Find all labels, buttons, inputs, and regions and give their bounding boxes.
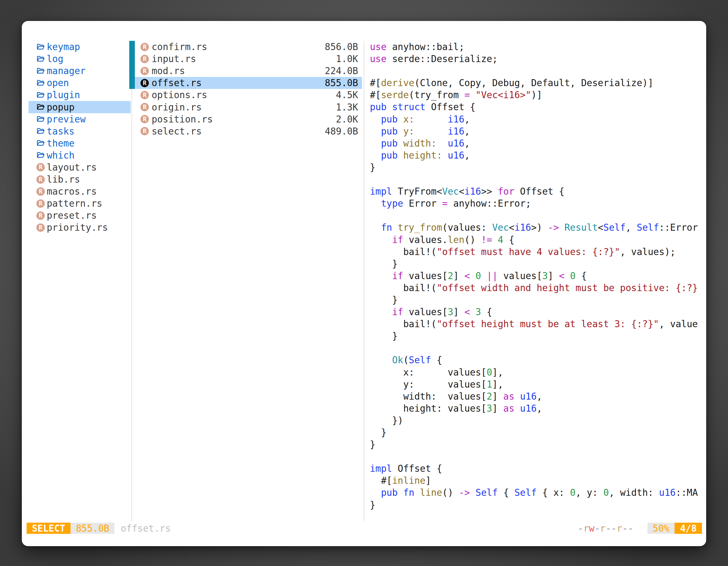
file-name: origin.rs [152,102,202,113]
status-right: -rw-r--r-- 50% 4/8 [578,523,702,534]
code-line: pub fn line() -> Self { Self { x: 0, y: … [370,487,703,499]
file-row-position-rs[interactable]: Rposition.rs2.0K [135,113,362,125]
code-line: type Error = anyhow::Error; [370,198,703,210]
file-preview-pane: use anyhow::bail;use serde::Deserialize;… [370,41,703,511]
folder-open-icon [36,66,45,76]
folder-open-icon [36,42,45,52]
code-line: pub x: i16, [370,113,703,125]
status-bar: SELECT 855.0B offset.rs -rw-r--r-- 50% 4… [27,523,702,534]
sidebar-item-plugin[interactable]: plugin [29,89,131,101]
file-name: mod.rs [152,65,185,76]
selection-marker [129,77,135,89]
code-line [370,65,703,77]
code-line: pub struct Offset { [370,101,703,113]
file-row-options-rs[interactable]: Roptions.rs4.5K [135,89,362,101]
sidebar-item-manager[interactable]: manager [29,65,131,77]
file-row-select-rs[interactable]: Rselect.rs489.0B [135,125,362,137]
sidebar-item-label: log [47,53,64,64]
sidebar-item-label: popup [47,102,74,113]
sidebar-item-theme[interactable]: theme [29,137,131,149]
pane-separator [131,41,132,521]
code-line: if values[3] < 3 { [370,306,703,318]
mode-label: SELECT [32,523,65,534]
status-left: SELECT 855.0B offset.rs [27,523,171,534]
code-line: x: values[0], [370,366,703,378]
rust-file-icon: R [36,163,45,172]
rust-file-icon: R [36,211,45,220]
code-line: } [370,294,703,306]
file-name: input.rs [152,53,196,64]
folder-open-icon [36,126,45,136]
file-row-mod-rs[interactable]: Rmod.rs224.0B [135,65,362,77]
sidebar-item-label: which [47,150,74,161]
folder-open-icon [36,78,45,88]
selection-marker [129,41,135,53]
code-line: if values.len() != 4 { [370,234,703,246]
rust-file-icon: R [140,102,149,112]
file-row-input-rs[interactable]: Rinput.rs1.0K [135,53,362,65]
file-size: 489.0B [325,126,358,137]
folder-open-icon [36,90,45,100]
folder-open-icon [36,139,45,148]
code-line: pub width: u16, [370,137,703,149]
code-line: pub y: i16, [370,125,703,137]
code-line: bail!("offset width and height must be p… [370,282,703,294]
sidebar-item-keymap[interactable]: keymap [29,41,131,53]
sidebar-item-layout-rs[interactable]: Rlayout.rs [29,161,131,173]
code-line: impl Offset { [370,462,703,475]
scroll-percent-label: 50% [653,523,670,534]
code-line [370,342,703,354]
code-line: } [370,161,703,173]
sidebar-item-label: preset.rs [47,210,97,221]
sidebar-item-macros-rs[interactable]: Rmacros.rs [29,186,131,198]
rust-file-icon: R [140,42,149,52]
file-name: select.rs [152,126,202,137]
folder-open-icon [36,114,45,124]
mode-badge: SELECT [27,523,71,534]
rust-file-icon: R [36,187,45,196]
file-name: options.rs [152,90,207,100]
sidebar-item-which[interactable]: which [29,149,131,161]
sidebar-item-priority-rs[interactable]: Rpriority.rs [29,222,131,234]
code-line: Ok(Self { [370,354,703,366]
sidebar-item-pattern-rs[interactable]: Rpattern.rs [29,198,131,210]
sidebar-item-popup[interactable]: popup [29,101,131,113]
sidebar-item-label: priority.rs [47,222,108,233]
rust-file-icon: R [140,90,149,100]
sidebar-item-label: preview [47,114,86,125]
file-row-offset-rs[interactable]: Roffset.rs855.0B [135,77,362,89]
sidebar-item-lib-rs[interactable]: Rlib.rs [29,173,131,186]
code-line: fn try_from(values: Vec<i16>) -> Result<… [370,222,703,234]
code-line: #[serde(try_from = "Vec<i16>")] [370,89,703,101]
file-permissions: -rw-r--r-- [578,523,633,534]
code-line: } [370,438,703,450]
file-size: 855.0B [325,78,358,88]
file-size: 224.0B [325,65,358,76]
sidebar-item-label: plugin [47,90,80,100]
file-size-badge: 855.0B [71,523,114,534]
sidebar-item-tasks[interactable]: tasks [29,125,131,137]
sidebar-item-label: theme [47,138,74,149]
code-line: if values[2] < 0 || values[3] < 0 { [370,270,703,282]
file-size: 856.0B [325,41,358,52]
code-line: } [370,499,703,511]
file-row-confirm-rs[interactable]: Rconfirm.rs856.0B [135,41,362,53]
code-line: height: values[3] as u16, [370,402,703,414]
code-line: bail!("offset height must be at least 3:… [370,318,703,330]
code-line: }) [370,414,703,426]
selection-marker [129,53,135,65]
sidebar-item-open[interactable]: open [29,77,131,89]
file-name: offset.rs [152,78,202,88]
yazi-window: keymap log manager open plugin popup pre… [22,21,706,546]
rust-file-icon: R [140,66,149,76]
file-row-origin-rs[interactable]: Rorigin.rs1.3K [135,101,362,113]
sidebar-item-preset-rs[interactable]: Rpreset.rs [29,210,131,222]
code-line: pub height: u16, [370,149,703,161]
code-line: #[inline] [370,475,703,487]
scroll-percent-badge: 50% [647,523,675,534]
sidebar-item-log[interactable]: log [29,53,131,65]
pane-separator [364,41,364,521]
code-line: } [370,330,703,342]
rust-file-icon: R [36,223,45,233]
sidebar-item-preview[interactable]: preview [29,113,131,125]
